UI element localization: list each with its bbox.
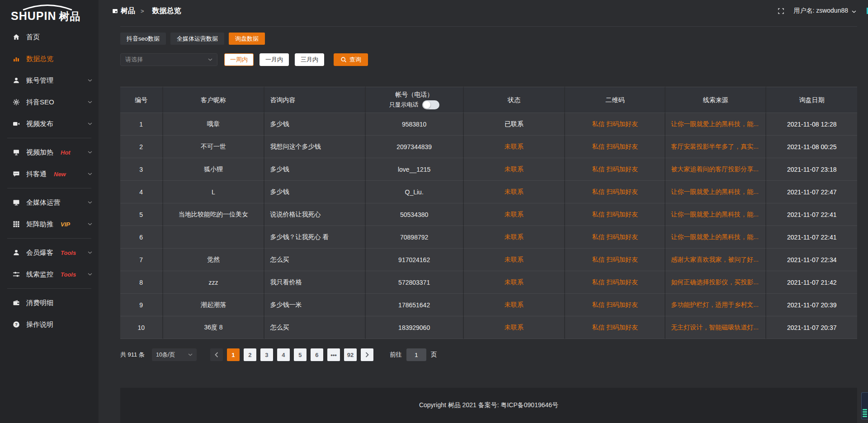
topbar-right: 用户名: zswodun88 — [778, 7, 856, 15]
cell-content: 多少钱 — [264, 113, 365, 136]
table-row: 4L多少钱Q_Liu.未联系私信 扫码加好友让你一眼就爱上的黑科技，能...20… — [120, 181, 857, 203]
cell-qr-link[interactable]: 私信 扫码加好友 — [565, 136, 665, 158]
phone-only-toggle[interactable] — [422, 100, 439, 109]
sidebar-item-video-publish[interactable]: 视频发布 — [0, 113, 99, 135]
page-button-4[interactable]: 4 — [277, 348, 290, 361]
cell-account: 70898792 — [366, 226, 464, 249]
status-badge: 未联系 — [464, 271, 566, 294]
next-page-button[interactable] — [361, 348, 373, 361]
sidebar-item-douyin-seo[interactable]: 抖音SEO — [0, 91, 99, 113]
page-ellipsis[interactable]: ••• — [327, 348, 340, 361]
table-row: 8zzz我只看价格572803371未联系私信 扫码加好友如何正确选择投影仪，买… — [120, 271, 857, 294]
page-button-92[interactable]: 92 — [344, 348, 357, 361]
cell-index: 4 — [120, 181, 163, 203]
sidebar-item-account-management[interactable]: 账号管理 — [0, 70, 99, 91]
prev-page-button[interactable] — [210, 348, 223, 361]
sidebar-item-lead-monitor[interactable]: 线索监控Tools — [0, 263, 99, 285]
period-button-month[interactable]: 一月内 — [259, 53, 289, 66]
cell-qr-link[interactable]: 私信 扫码加好友 — [565, 316, 665, 339]
cell-qr-link[interactable]: 私信 扫码加好友 — [565, 271, 665, 294]
breadcrumb: 树品 > 数据总览 — [112, 6, 181, 16]
cell-index: 5 — [120, 203, 163, 226]
cell-source-link[interactable]: 如何正确选择投影仪，买投影... — [665, 271, 766, 294]
cell-source-link[interactable]: 多功能护栏灯，适用于乡村文... — [665, 294, 766, 316]
cell-qr-link[interactable]: 私信 扫码加好友 — [565, 181, 665, 203]
cell-source-link[interactable]: 让你一眼就爱上的黑科技，能... — [665, 226, 766, 249]
cell-content: 多少钱 — [264, 158, 365, 181]
cell-qr-link[interactable]: 私信 扫码加好友 — [565, 203, 665, 226]
cell-source-link[interactable]: 让你一眼就爱上的黑科技，能... — [665, 203, 766, 226]
cell-date: 2021-11-07 20:39 — [766, 294, 857, 316]
page-size-select[interactable]: 10条/页 — [152, 348, 197, 361]
sidebar-item-omni-media[interactable]: 全媒体运营 — [0, 192, 99, 213]
sidebar-item-home[interactable]: 首页 — [0, 26, 99, 48]
cell-qr-link[interactable]: 私信 扫码加好友 — [565, 249, 665, 271]
period-button-quarter[interactable]: 三月内 — [295, 53, 324, 66]
floating-widget[interactable] — [861, 392, 868, 419]
sidebar-item-label: 视频加热 — [26, 148, 53, 157]
cell-nickname: L — [163, 181, 265, 203]
goto-page: 前往 页 — [390, 348, 437, 361]
page-button-5[interactable]: 5 — [294, 348, 307, 361]
cell-source-link[interactable]: 让你一眼就爱上的黑科技，能... — [665, 113, 766, 136]
status-badge: 未联系 — [464, 316, 566, 339]
cell-source-link[interactable]: 无主灯设计，智能磁吸轨道灯... — [665, 316, 766, 339]
sidebar-item-spend-detail[interactable]: 消费明细 — [0, 292, 99, 314]
cell-date: 2021-11-07 20:37 — [766, 316, 857, 339]
cell-account: Q_Liu. — [366, 181, 464, 203]
sidebar-item-douketong[interactable]: 抖客通New — [0, 163, 99, 185]
sidebar-item-label: 全媒体运营 — [26, 198, 60, 207]
chart-icon — [13, 55, 20, 62]
status-badge: 未联系 — [464, 249, 566, 271]
cell-qr-link[interactable]: 私信 扫码加好友 — [565, 113, 665, 136]
cell-qr-link[interactable]: 私信 扫码加好友 — [565, 226, 665, 249]
video-icon — [13, 120, 20, 127]
search-button[interactable]: 查询 — [334, 53, 368, 66]
cell-account: 50534380 — [366, 203, 464, 226]
cell-account: 572803371 — [366, 271, 464, 294]
column-header-account: 帐号（电话）只显示电话 — [366, 87, 464, 113]
status-badge: 未联系 — [464, 136, 566, 158]
sidebar-item-matrix-boost[interactable]: 矩阵助推VIP — [0, 213, 99, 235]
brand-logo: SHUPIN树品 — [0, 0, 99, 26]
breadcrumb-item-data-overview[interactable]: 数据总览 — [150, 6, 181, 16]
column-header-date: 询盘日期 — [766, 87, 857, 113]
search-icon — [340, 56, 347, 63]
table-row: 3狐小狸多少钱love__1215未联系私信 扫码加好友被大家追着问的客厅投影分… — [120, 158, 857, 181]
column-header-qr: 二维码 — [565, 87, 665, 113]
page-button-1[interactable]: 1 — [227, 348, 240, 361]
cell-qr-link[interactable]: 私信 扫码加好友 — [565, 158, 665, 181]
tab-omni-media-data[interactable]: 全媒体运营数据 — [170, 33, 224, 45]
cell-nickname: 潮起潮落 — [163, 294, 265, 316]
fullscreen-icon[interactable] — [778, 8, 784, 14]
page-button-6[interactable]: 6 — [311, 348, 323, 361]
cell-source-link[interactable]: 让你一眼就爱上的黑科技，能... — [665, 181, 766, 203]
sidebar-divider — [7, 238, 91, 239]
cell-source-link[interactable]: 感谢大家喜欢我家，被问了好... — [665, 249, 766, 271]
sidebar-item-video-heat[interactable]: 视频加热Hot — [0, 141, 99, 163]
tab-douyin-seo-data[interactable]: 抖音seo数据 — [120, 33, 166, 45]
period-button-week[interactable]: 一周内 — [224, 53, 254, 66]
tab-inquiry-data[interactable]: 询盘数据 — [229, 33, 265, 45]
sidebar-item-data-overview[interactable]: 数据总览 — [0, 48, 99, 70]
cell-qr-link[interactable]: 私信 扫码加好友 — [565, 294, 665, 316]
account-select[interactable]: 请选择 — [120, 53, 217, 66]
breadcrumb-item-shupin[interactable]: 树品 — [112, 6, 135, 16]
sidebar-item-operation-guide[interactable]: ?操作说明 — [0, 314, 99, 335]
breadcrumb-label: 树品 — [121, 6, 135, 16]
footer: Copyright 树品 2021 备案号: 粤ICP备09019646号 — [120, 388, 857, 423]
monitor-icon — [13, 199, 20, 206]
cell-source-link[interactable]: 客厅安装投影半年多了，真实... — [665, 136, 766, 158]
cell-source-link[interactable]: 被大家追着问的客厅投影分享... — [665, 158, 766, 181]
topbar: 树品 > 数据总览 用户名: zswodun88 — [99, 0, 868, 22]
sliders-icon — [13, 271, 20, 278]
user-menu[interactable]: 用户名: zswodun88 — [793, 7, 856, 15]
user-icon — [13, 249, 20, 256]
sidebar-item-member-baoke[interactable]: 会员爆客Tools — [0, 242, 99, 263]
cell-content: 怎么买 — [264, 249, 365, 271]
page-button-2[interactable]: 2 — [244, 348, 256, 361]
brand-square-icon — [112, 8, 118, 14]
table-row: 1哦章多少钱9583810已联系私信 扫码加好友让你一眼就爱上的黑科技，能...… — [120, 113, 857, 136]
page-button-3[interactable]: 3 — [260, 348, 273, 361]
goto-page-input[interactable] — [406, 348, 426, 361]
